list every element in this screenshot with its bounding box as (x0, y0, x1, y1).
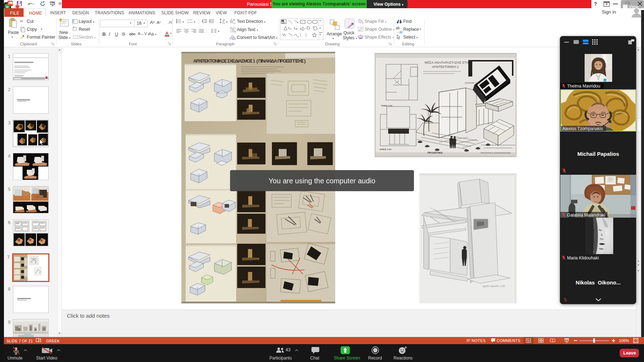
svg-text:ΑΡΧΙΤΕΚΤΟΝΙΚΟΣ ΣΧΕΔΙΑΣΜΟΣ 1 (: ΑΡΧΙΤΕΚΤΟΝΙΚΟΣ ΣΧΕΔΙΑΣΜΟΣ 1 ( ΠΙΝΑΚΙΔΑ Π… (193, 58, 306, 64)
svg-text:σχεδιο προοπτ. 1:50: σχεδιο προοπτ. 1:50 (482, 285, 505, 288)
svg-text:ΑΡΧΙΤΕΚΤΟΝΙΚΗ 1: ΑΡΧΙΤΕΚΤΟΝΙΚΗ 1 (432, 65, 459, 69)
svg-text:2: 2 (187, 21, 189, 24)
svg-text:1: 1 (187, 19, 189, 21)
svg-text:ΠΡΟΟΠΤΙΚΟ: ΠΡΟΟΠΤΙΚΟ (428, 152, 443, 154)
svg-text:A: A (233, 19, 235, 21)
svg-text:ΟΨΕΙΣ 1:50: ΟΨΕΙΣ 1:50 (380, 148, 391, 150)
svg-text:ΠΡΟΟΠΤΙΚΟ ΑΝΑΠΑΡΑΣΤΑΣΗ: ΠΡΟΟΠΤΙΚΟ ΑΝΑΠΑΡΑΣΤΑΣΗ (480, 152, 511, 154)
svg-text:ΜΕΣΑ ΑΝΑΠΑΡΑΣΤΑΣΗΣ ΣΤΗΝ: ΜΕΣΑ ΑΝΑΠΑΡΑΣΤΑΣΗΣ ΣΤΗΝ (425, 61, 471, 64)
svg-text:ΑΞΟΝΟΜ. 1:50: ΑΞΟΝΟΜ. 1:50 (465, 82, 480, 84)
